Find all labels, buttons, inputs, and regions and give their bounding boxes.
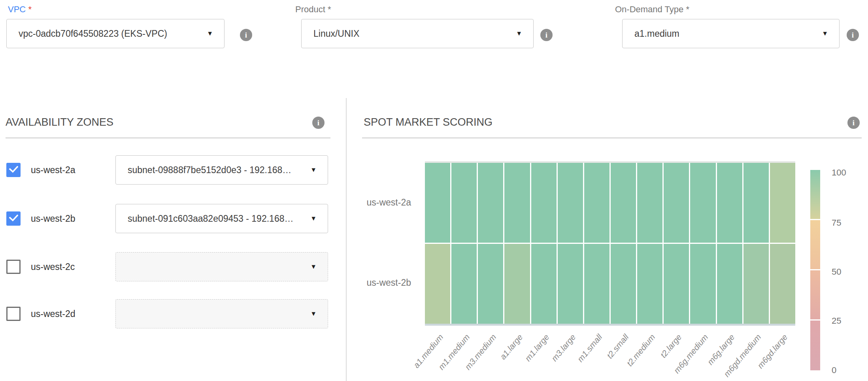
subnet-select-us-west-2d[interactable]: ▼ xyxy=(115,299,328,328)
heatmap-cell[interactable] xyxy=(504,244,530,324)
az-row-us-west-2b: us-west-2b subnet-091c603aa82e09453 - 19… xyxy=(0,204,346,233)
heatmap-cell[interactable] xyxy=(690,163,715,243)
subnet-select-us-west-2b[interactable]: subnet-091c603aa82e09453 - 192.168… ▼ xyxy=(115,204,328,233)
chevron-down-icon: ▼ xyxy=(511,30,533,37)
az-zone-label: us-west-2b xyxy=(31,204,75,233)
colorbar-segment xyxy=(810,321,820,370)
heatmap-cell[interactable] xyxy=(690,244,715,324)
az-zone-label: us-west-2d xyxy=(31,299,75,328)
heatmap-cell[interactable] xyxy=(504,163,530,243)
on-demand-type-required-mark: * xyxy=(686,4,689,14)
heatmap-cell[interactable] xyxy=(611,163,636,243)
colorbar-tick: 50 xyxy=(832,267,841,277)
product-select-value: Linux/UNIX xyxy=(302,28,511,39)
heatmap-cell[interactable] xyxy=(664,244,689,324)
on-demand-type-select-value: a1.medium xyxy=(623,28,817,39)
az-checkbox-us-west-2b[interactable] xyxy=(6,211,21,226)
heatmap-cell[interactable] xyxy=(531,163,557,243)
heatmap-cell[interactable] xyxy=(717,163,742,243)
check-icon xyxy=(9,163,19,173)
heatmap-cell[interactable] xyxy=(770,163,795,243)
heatmap-cell[interactable] xyxy=(451,244,477,324)
heatmap-cell[interactable] xyxy=(478,244,503,324)
az-row-us-west-2c: us-west-2c ▼ xyxy=(0,252,346,281)
product-select[interactable]: Linux/UNIX ▼ xyxy=(301,19,534,48)
vpc-label-text: VPC xyxy=(8,4,26,14)
colorbar-segment xyxy=(810,270,820,319)
heatmap-cell[interactable] xyxy=(637,244,662,324)
spot-market-scoring-title: SPOT MARKET SCORING xyxy=(364,116,492,128)
heatmap-cell[interactable] xyxy=(717,244,742,324)
heatmap-cell[interactable] xyxy=(478,163,503,243)
vpc-select[interactable]: vpc-0adcb70f645508223 (EKS-VPC) ▼ xyxy=(6,19,225,48)
chevron-down-icon: ▼ xyxy=(306,166,328,174)
vpc-info-icon[interactable]: i xyxy=(240,29,252,41)
section-divider xyxy=(346,98,347,381)
subnet-select-value: subnet-09888f7be5152d0e3 - 192.168… xyxy=(116,165,306,175)
on-demand-type-label-text: On-Demand Type xyxy=(615,4,683,14)
vpc-select-value: vpc-0adcb70f645508223 (EKS-VPC) xyxy=(7,28,202,39)
on-demand-type-select[interactable]: a1.medium ▼ xyxy=(622,19,840,48)
heatmap-cell[interactable] xyxy=(558,244,583,324)
subnet-select-value: subnet-091c603aa82e09453 - 192.168… xyxy=(116,213,306,224)
y-axis-label-us-west-2a: us-west-2a xyxy=(340,197,411,208)
y-axis-label-us-west-2b: us-west-2b xyxy=(340,277,411,288)
heatmap-cell[interactable] xyxy=(770,244,795,324)
heatmap-cell[interactable] xyxy=(637,163,662,243)
heatmap-cell[interactable] xyxy=(611,244,636,324)
az-zone-label: us-west-2c xyxy=(31,252,75,281)
az-checkbox-us-west-2a[interactable] xyxy=(6,163,21,177)
availability-zones-title: AVAILABILITY ZONES xyxy=(6,116,113,128)
subnet-select-us-west-2a[interactable]: subnet-09888f7be5152d0e3 - 192.168… ▼ xyxy=(115,155,328,185)
heatmap-bottom-border xyxy=(425,324,795,326)
availability-zones-info-icon[interactable]: i xyxy=(312,117,325,129)
product-label: Product * xyxy=(295,4,331,15)
product-info-icon[interactable]: i xyxy=(540,29,553,41)
on-demand-type-label: On-Demand Type * xyxy=(615,4,689,15)
chevron-down-icon: ▼ xyxy=(306,263,328,270)
availability-zones-divider xyxy=(6,138,330,138)
colorbar-segment xyxy=(810,220,820,269)
spot-market-scoring-info-icon[interactable]: i xyxy=(847,117,860,129)
spot-market-scoring-divider xyxy=(362,138,862,138)
heatmap-grid xyxy=(425,163,795,324)
heatmap-cell[interactable] xyxy=(743,244,769,324)
colorbar-tick: 25 xyxy=(832,316,841,326)
heatmap-cell[interactable] xyxy=(664,163,689,243)
az-zone-label: us-west-2a xyxy=(31,155,75,185)
az-row-us-west-2a: us-west-2a subnet-09888f7be5152d0e3 - 19… xyxy=(0,155,346,185)
vpc-label: VPC * xyxy=(8,4,32,15)
chevron-down-icon: ▼ xyxy=(306,215,328,222)
heatmap-cell[interactable] xyxy=(531,244,557,324)
heatmap-cell[interactable] xyxy=(584,163,609,243)
chevron-down-icon: ▼ xyxy=(202,30,224,37)
check-icon xyxy=(9,212,19,222)
vpc-required-mark: * xyxy=(28,4,32,14)
colorbar-tick: 100 xyxy=(832,168,846,178)
heatmap-cell[interactable] xyxy=(584,244,609,324)
heatmap-cell[interactable] xyxy=(743,163,769,243)
heatmap-cell[interactable] xyxy=(558,163,583,243)
spot-scoring-heatmap xyxy=(425,161,795,326)
chevron-down-icon: ▼ xyxy=(306,310,328,317)
az-checkbox-us-west-2d[interactable] xyxy=(6,307,21,321)
az-checkbox-us-west-2c[interactable] xyxy=(6,260,21,274)
heatmap-cell[interactable] xyxy=(425,244,450,324)
colorbar-tick: 0 xyxy=(832,365,836,375)
heatmap-cell[interactable] xyxy=(425,163,450,243)
spot-cluster-config-page: VPC * vpc-0adcb70f645508223 (EKS-VPC) ▼ … xyxy=(0,0,868,381)
az-row-us-west-2d: us-west-2d ▼ xyxy=(0,299,346,328)
product-label-text: Product xyxy=(295,4,325,14)
subnet-select-us-west-2c[interactable]: ▼ xyxy=(115,252,328,281)
heatmap-cell[interactable] xyxy=(451,163,477,243)
colorbar-tick: 75 xyxy=(832,218,841,228)
on-demand-type-info-icon[interactable]: i xyxy=(847,29,859,41)
chevron-down-icon: ▼ xyxy=(817,30,839,37)
product-required-mark: * xyxy=(328,4,331,14)
colorbar-segment xyxy=(810,170,820,219)
